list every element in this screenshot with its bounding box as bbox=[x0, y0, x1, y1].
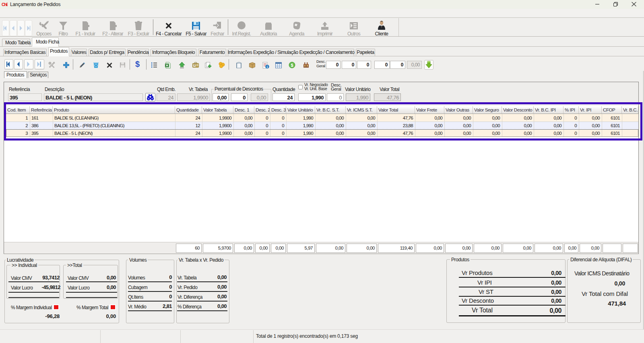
svg-text:i: i bbox=[267, 65, 268, 69]
svg-text:ChE: ChE bbox=[2, 2, 8, 7]
svg-text:$: $ bbox=[291, 63, 293, 68]
